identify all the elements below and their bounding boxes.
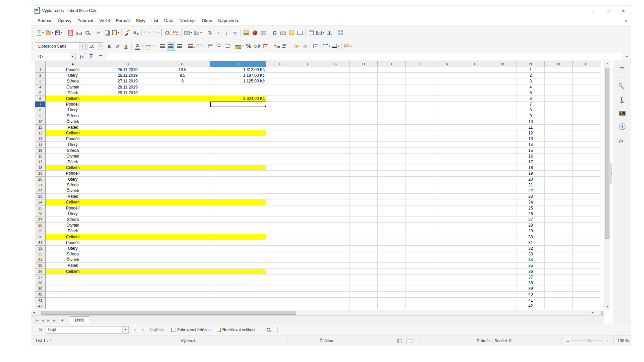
- row-header-11[interactable]: 11: [35, 125, 46, 130]
- cell-D31[interactable]: [210, 240, 266, 246]
- zoom-in-icon[interactable]: +: [606, 339, 608, 344]
- cell-L1[interactable]: [461, 67, 489, 73]
- cut-button[interactable]: ✂: [95, 28, 103, 37]
- row-header-21[interactable]: 21: [35, 182, 46, 188]
- cell-D40[interactable]: [210, 292, 266, 297]
- cell-N22[interactable]: 22: [517, 188, 545, 194]
- cell-A33[interactable]: Středa: [46, 251, 100, 257]
- cell-N23[interactable]: 23: [517, 194, 545, 199]
- cell-I32[interactable]: [378, 246, 406, 251]
- row-header-19[interactable]: 19: [35, 171, 46, 176]
- cell-M7[interactable]: [489, 102, 517, 107]
- cell-E12[interactable]: [266, 130, 294, 136]
- cell-A31[interactable]: Pondělí: [46, 240, 100, 246]
- cell-K24[interactable]: [433, 199, 461, 205]
- cell-B12[interactable]: [100, 130, 155, 136]
- row-header-15[interactable]: 15: [35, 148, 46, 154]
- cell-L29[interactable]: [461, 228, 489, 234]
- border-color-button[interactable]: ▾: [331, 42, 340, 51]
- cell-D39[interactable]: [210, 286, 266, 292]
- cell-E8[interactable]: [266, 107, 294, 113]
- cell-E16[interactable]: [266, 154, 294, 159]
- cell-A4[interactable]: Čtvrtek: [46, 84, 100, 90]
- cell-L16[interactable]: [461, 154, 489, 159]
- cell-B22[interactable]: [100, 188, 155, 194]
- cell-D34[interactable]: [210, 257, 266, 263]
- cell-K22[interactable]: [433, 188, 461, 194]
- cell-A10[interactable]: Čtvrtek: [46, 119, 100, 125]
- paste-button[interactable]: ▾: [111, 28, 120, 37]
- cell-B24[interactable]: [100, 199, 155, 205]
- cell-F17[interactable]: [294, 159, 322, 165]
- cell-J8[interactable]: [406, 107, 433, 113]
- cell-A30[interactable]: Celkem: [46, 234, 100, 240]
- cell-I26[interactable]: [378, 211, 406, 217]
- cell-I28[interactable]: [378, 223, 406, 228]
- cell-E37[interactable]: [266, 275, 294, 280]
- cell-B21[interactable]: [100, 182, 155, 188]
- cell-O42[interactable]: [545, 303, 573, 309]
- cell-C18[interactable]: [155, 165, 210, 171]
- cell-K2[interactable]: [433, 73, 461, 78]
- cell-F22[interactable]: [294, 188, 322, 194]
- cell-C36[interactable]: [155, 269, 210, 275]
- cell-P18[interactable]: [573, 165, 600, 171]
- cell-M35[interactable]: [489, 263, 517, 268]
- cell-I12[interactable]: [378, 130, 406, 136]
- cell-P32[interactable]: [573, 246, 600, 251]
- cell-B30[interactable]: [100, 234, 155, 240]
- cell-J20[interactable]: [406, 177, 433, 182]
- cell-I22[interactable]: [378, 188, 406, 194]
- cell-J26[interactable]: [406, 211, 433, 217]
- row-header-17[interactable]: 17: [35, 159, 46, 165]
- cell-A14[interactable]: Úterý: [46, 142, 100, 147]
- cell-A7[interactable]: Pondělí: [46, 102, 100, 107]
- row-header-24[interactable]: 24: [35, 199, 46, 205]
- find-text-field[interactable]: [46, 327, 122, 332]
- cell-K32[interactable]: [433, 246, 461, 251]
- clone-formatting-button[interactable]: [123, 28, 131, 37]
- column-header-I[interactable]: I: [378, 61, 406, 67]
- column-header-N[interactable]: N: [517, 61, 545, 67]
- cell-B1[interactable]: 25.11.2019: [100, 67, 155, 73]
- cell-H14[interactable]: [350, 142, 378, 147]
- cell-J5[interactable]: [406, 90, 433, 96]
- sidebar-collapse-handle[interactable]: ◂: [610, 163, 612, 184]
- cell-L3[interactable]: [461, 78, 489, 84]
- cell-C10[interactable]: [155, 119, 210, 125]
- borders-dropdown-arrow[interactable]: ▾: [319, 45, 321, 48]
- cell-K41[interactable]: [433, 298, 461, 303]
- cell-K7[interactable]: [433, 102, 461, 107]
- cell-F33[interactable]: [294, 251, 322, 257]
- cell-N25[interactable]: 25: [517, 205, 545, 211]
- cell-G24[interactable]: [322, 199, 350, 205]
- cell-D41[interactable]: [210, 298, 266, 303]
- cell-D26[interactable]: [210, 211, 266, 217]
- cell-L9[interactable]: [461, 113, 489, 119]
- cell-P39[interactable]: [573, 286, 600, 292]
- cell-G27[interactable]: [322, 217, 350, 223]
- cell-O27[interactable]: [545, 217, 573, 223]
- highlighting-color-dropdown-arrow[interactable]: ▾: [153, 45, 155, 48]
- column-header-O[interactable]: O: [545, 61, 573, 67]
- cell-K15[interactable]: [433, 148, 461, 154]
- page-style-indicator[interactable]: Výchozí: [181, 336, 195, 346]
- close-document-icon[interactable]: ✕: [624, 18, 628, 23]
- row-header-1[interactable]: 1: [35, 67, 46, 73]
- cell-D24[interactable]: [210, 199, 266, 205]
- cell-D35[interactable]: [210, 263, 266, 268]
- cell-P13[interactable]: [573, 136, 600, 142]
- cell-I3[interactable]: [378, 78, 406, 84]
- cell-D9[interactable]: [210, 113, 266, 119]
- cell-A34[interactable]: Čtvrtek: [46, 257, 100, 263]
- cell-O15[interactable]: [545, 148, 573, 154]
- sidebar-settings-icon[interactable]: ≡▾: [618, 64, 627, 72]
- cell-C12[interactable]: [155, 130, 210, 136]
- cell-C8[interactable]: [155, 107, 210, 113]
- cell-O9[interactable]: [545, 113, 573, 119]
- cell-I24[interactable]: [378, 199, 406, 205]
- cell-E20[interactable]: [266, 177, 294, 182]
- cell-P40[interactable]: [573, 292, 600, 297]
- menu-okno[interactable]: Okno: [199, 17, 215, 24]
- cell-K31[interactable]: [433, 240, 461, 246]
